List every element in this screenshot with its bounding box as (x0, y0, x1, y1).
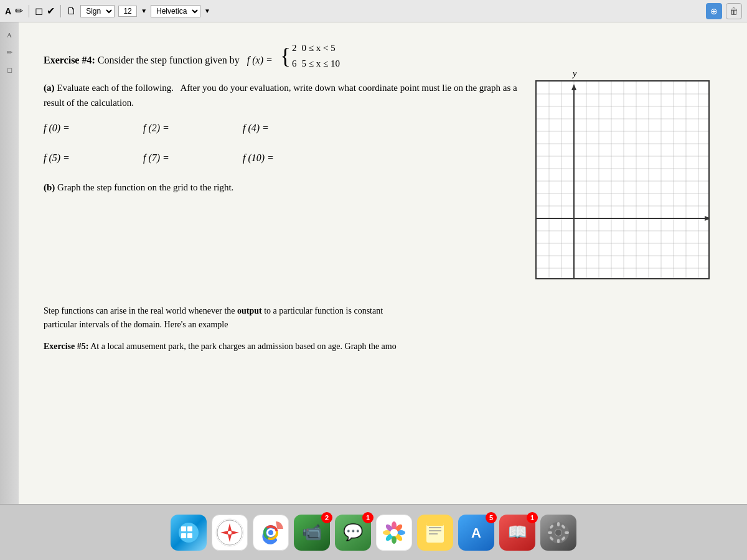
y-axis-label: y (573, 69, 576, 79)
f2-item: f (2) = (143, 123, 205, 134)
case2-value: 6 (292, 57, 297, 71)
appstore-icon[interactable]: A 5 (458, 515, 494, 551)
case1: 2 0 ≤ x < 5 (292, 41, 340, 55)
finder-icon[interactable] (171, 515, 207, 551)
step-text-3: particular intervals of the domain. Here… (44, 320, 228, 329)
dock-item-learning[interactable]: 📖 1 (499, 515, 535, 551)
notes-icon[interactable] (417, 515, 453, 551)
case1-condition: 0 ≤ x < 5 (302, 41, 336, 55)
part-b-text: Graph the step function on the grid to t… (57, 182, 233, 192)
step-text-1: Step functions can arise in the real wor… (44, 306, 237, 315)
exercise4-header: Exercise #4: Consider the step function … (44, 41, 722, 70)
dock: 📹 2 💬 1 (0, 504, 747, 560)
messages-badge: 1 (362, 512, 374, 523)
f10-item: f (10) = (243, 152, 305, 164)
crosshair-button[interactable]: ⊕ (706, 3, 722, 19)
f-notation: f (x) = (247, 55, 273, 65)
dock-item-notes[interactable] (417, 515, 453, 551)
part-a-text: (a) Evaluate each of the following. Afte… (44, 80, 523, 110)
dock-item-appstore[interactable]: A 5 (458, 515, 494, 551)
part-a-instruction: Evaluate each of the following. After yo… (44, 83, 517, 108)
graph-wrapper: y (535, 80, 722, 279)
part-b: (b) Graph the step function on the grid … (44, 182, 523, 193)
dock-item-finder[interactable] (171, 515, 207, 551)
f0-label: f (0) = (44, 123, 70, 133)
checkbox-icon[interactable]: ✔ (47, 5, 55, 17)
messages-icon[interactable]: 💬 1 (335, 515, 371, 551)
f4-label: f (4) = (243, 123, 269, 133)
dock-item-messages[interactable]: 💬 1 (335, 515, 371, 551)
trash-icon: 🗑 (730, 6, 738, 16)
font-size-input[interactable] (118, 6, 137, 17)
main-layout: (a) Evaluate each of the following. Afte… (44, 80, 722, 279)
messages-emoji: 💬 (343, 523, 363, 542)
trash-button[interactable]: 🗑 (726, 3, 742, 19)
output-bold: output (237, 306, 262, 315)
exercise4-label: Exercise #4: (44, 55, 95, 65)
dock-item-settings[interactable] (540, 515, 576, 551)
svg-marker-31 (705, 216, 710, 221)
sidebar-tool-2[interactable]: ✏ (3, 46, 16, 58)
svg-rect-36 (187, 533, 192, 538)
function-row-2: f (5) = f (7) = f (10) = (44, 152, 523, 164)
f7-label: f (7) = (143, 152, 169, 163)
case2-condition: 5 ≤ x ≤ 10 (302, 57, 340, 71)
sidebar-tool-1[interactable]: A (3, 29, 16, 41)
exercise4-desc: Consider the step function given by (98, 55, 240, 65)
f7-item: f (7) = (143, 152, 205, 164)
eraser-icon[interactable]: ◻ (35, 5, 43, 17)
svg-point-40 (228, 531, 232, 534)
part-b-label: (b) (44, 182, 55, 192)
dock-item-chrome[interactable] (253, 515, 289, 551)
f0-item: f (0) = (44, 123, 106, 134)
dock-item-photos[interactable] (376, 515, 412, 551)
photos-icon[interactable] (376, 515, 412, 551)
safari-icon[interactable] (212, 515, 248, 551)
chrome-icon[interactable] (253, 515, 289, 551)
svg-rect-68 (557, 539, 560, 543)
piecewise-function: { 2 0 ≤ x < 5 6 5 ≤ x ≤ 10 (280, 41, 340, 70)
svg-point-58 (390, 529, 398, 536)
facetime-icon[interactable]: 📹 2 (294, 515, 330, 551)
chevron-down-2-icon: ▼ (204, 7, 210, 14)
font-dropdown[interactable]: Helvetica (151, 5, 200, 17)
exercise5-label: Exercise #5: (44, 342, 88, 351)
svg-rect-34 (187, 526, 192, 531)
learning-emoji: 📖 (507, 523, 527, 542)
exercise5-text: At a local amusement park, the park char… (90, 342, 397, 351)
svg-point-75 (555, 530, 561, 536)
graph-svg (537, 82, 710, 279)
dock-item-facetime[interactable]: 📹 2 (294, 515, 330, 551)
facetime-badge: 2 (321, 512, 332, 523)
learning-icon[interactable]: 📖 1 (499, 515, 535, 551)
separator-2 (60, 5, 61, 17)
pencil-icon[interactable]: ✏ (15, 5, 23, 17)
left-brace: { (280, 45, 291, 67)
case2: 6 5 ≤ x ≤ 10 (292, 57, 340, 71)
step-text-2: to a particular function is constant (262, 306, 383, 315)
settings-icon[interactable] (540, 515, 576, 551)
f10-label: f (10) = (243, 152, 274, 163)
f2-label: f (2) = (143, 123, 169, 133)
f4-item: f (4) = (243, 123, 305, 134)
svg-rect-70 (565, 531, 569, 534)
dock-item-safari[interactable] (212, 515, 248, 551)
sign-dropdown[interactable]: Sign (80, 5, 115, 17)
toolbar: A ✏ ◻ ✔ 🗋 Sign ▼ Helvetica ▼ ⊕ 🗑 (0, 0, 747, 22)
svg-rect-69 (548, 531, 552, 534)
graph-canvas[interactable] (535, 80, 710, 279)
crosshair-icon: ⊕ (710, 6, 718, 16)
facetime-emoji: 📹 (302, 523, 322, 542)
piecewise-cases: 2 0 ≤ x < 5 6 5 ≤ x ≤ 10 (292, 41, 340, 70)
exercise5: Exercise #5: At a local amusement park, … (44, 340, 722, 353)
page-icon[interactable]: 🗋 (67, 6, 77, 17)
svg-rect-33 (181, 526, 186, 531)
svg-rect-35 (181, 533, 186, 538)
chevron-down-icon: ▼ (141, 7, 147, 14)
left-sidebar: A ✏ ◻ (0, 22, 19, 504)
sidebar-tool-3[interactable]: ◻ (3, 63, 16, 76)
svg-text:A: A (471, 525, 481, 541)
part-a-label: (a) (44, 83, 55, 93)
main-content: Exercise #4: Consider the step function … (19, 22, 747, 504)
separator-1 (29, 5, 29, 17)
